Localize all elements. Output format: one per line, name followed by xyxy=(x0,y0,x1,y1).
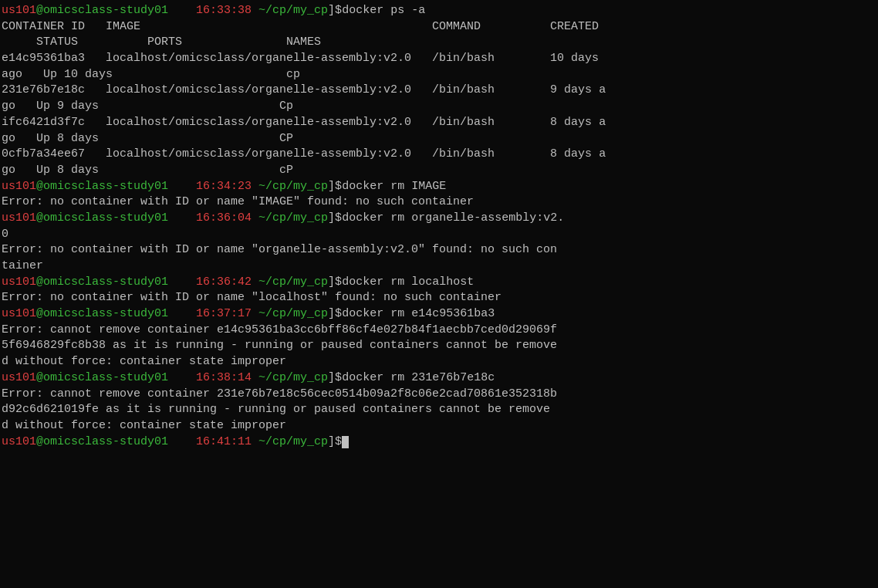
output-text: go Up 8 days CP xyxy=(2,132,293,145)
terminal-line: Error: cannot remove container 231e76b7e… xyxy=(0,387,878,403)
prompt-time: 16:41:11 xyxy=(168,435,252,448)
prompt-path: ~/cp/my_cp xyxy=(258,211,328,225)
terminal-line: tainer xyxy=(0,259,878,275)
output-text: go Up 9 days Cp xyxy=(2,100,293,113)
output-text: d without force: container state imprope… xyxy=(2,419,286,432)
terminal-line: us101@omicsclass-study01 16:37:17 ~/cp/m… xyxy=(0,306,878,323)
terminal-line: us101@omicsclass-study01 16:36:42 ~/cp/m… xyxy=(0,275,878,291)
terminal-line: d without force: container state imprope… xyxy=(0,354,878,370)
terminal-line: STATUS PORTS NAMES xyxy=(0,35,878,51)
terminal-line: us101@omicsclass-study01 16:36:04 ~/cp/m… xyxy=(0,211,878,227)
terminal-line: Error: cannot remove container e14c95361… xyxy=(0,323,878,339)
prompt-time: 16:36:42 xyxy=(168,275,252,289)
prompt-user: us101 xyxy=(2,4,36,17)
terminal-line: us101@omicsclass-study01 16:38:14 ~/cp/m… xyxy=(0,370,878,387)
terminal-line: CONTAINER ID IMAGE COMMAND CREATED xyxy=(0,19,878,35)
terminal-line: us101@omicsclass-study01 16:41:11 ~/cp/m… xyxy=(0,434,878,451)
prompt-user: us101 xyxy=(2,435,36,448)
terminal-line: 0 xyxy=(0,227,878,243)
command-text: docker rm e14c95361ba3 xyxy=(342,307,495,320)
output-text: 231e76b7e18c localhost/omicsclass/organe… xyxy=(2,83,606,96)
terminal-line: e14c95361ba3 localhost/omicsclass/organe… xyxy=(0,51,878,67)
terminal-line: 5f6946829fc8b38 as it is running - runni… xyxy=(0,338,878,354)
terminal-line: Error: no container with ID or name "org… xyxy=(0,242,878,259)
output-text: Error: cannot remove container 231e76b7e… xyxy=(2,387,557,400)
output-text: 5f6946829fc8b38 as it is running - runni… xyxy=(2,339,557,352)
command-text: docker rm IMAGE xyxy=(342,180,446,193)
output-text: ifc6421d3f7c localhost/omicsclass/organe… xyxy=(2,116,606,129)
prompt-dollar: ]$ xyxy=(328,371,342,384)
prompt-dollar: ]$ xyxy=(328,211,342,225)
terminal-line: 231e76b7e18c localhost/omicsclass/organe… xyxy=(0,83,878,99)
terminal-line: Error: no container with ID or name "loc… xyxy=(0,290,878,306)
prompt-at: @omicsclass-study01 xyxy=(36,435,168,448)
prompt-time: 16:36:04 xyxy=(168,211,252,225)
output-text: d92c6d621019fe as it is running - runnin… xyxy=(2,403,550,416)
prompt-at: @omicsclass-study01 xyxy=(36,371,168,384)
prompt-user: us101 xyxy=(2,307,36,320)
prompt-at: @omicsclass-study01 xyxy=(36,211,168,225)
terminal-line: go Up 9 days Cp xyxy=(0,99,878,115)
output-text: tainer xyxy=(2,259,43,272)
terminal-line: d92c6d621019fe as it is running - runnin… xyxy=(0,402,878,418)
terminal-line: 0cfb7a34ee67 localhost/omicsclass/organe… xyxy=(0,147,878,163)
output-text: 0 xyxy=(2,228,8,241)
output-text: ago Up 10 days cp xyxy=(2,68,300,81)
output-text: STATUS PORTS NAMES xyxy=(2,35,321,49)
prompt-dollar: ]$ xyxy=(328,435,342,448)
prompt-dollar: ]$ xyxy=(328,4,342,17)
command-text: docker rm localhost xyxy=(342,275,474,289)
terminal-line: ago Up 10 days cp xyxy=(0,67,878,83)
cursor xyxy=(342,436,349,448)
output-text: CONTAINER ID IMAGE COMMAND CREATED xyxy=(2,20,599,33)
output-text: d without force: container state imprope… xyxy=(2,355,286,368)
prompt-path: ~/cp/my_cp xyxy=(258,435,328,448)
terminal-line: us101@omicsclass-study01 16:34:23 ~/cp/m… xyxy=(0,179,878,195)
command-text: docker ps -a xyxy=(342,4,425,17)
prompt-path: ~/cp/my_cp xyxy=(258,275,328,289)
prompt-user: us101 xyxy=(2,275,36,289)
terminal-line: Error: no container with ID or name "IMA… xyxy=(0,194,878,211)
prompt-path: ~/cp/my_cp xyxy=(258,371,328,384)
output-text: Error: no container with ID or name "IMA… xyxy=(2,195,474,208)
prompt-path: ~/cp/my_cp xyxy=(258,307,328,320)
output-text: go Up 8 days cP xyxy=(2,164,293,177)
prompt-at: @omicsclass-study01 xyxy=(36,4,168,17)
output-text: Error: no container with ID or name "org… xyxy=(2,243,557,256)
prompt-path: ~/cp/my_cp xyxy=(258,4,328,17)
terminal-line: us101@omicsclass-study01 16:33:38 ~/cp/m… xyxy=(0,3,878,19)
output-text: e14c95361ba3 localhost/omicsclass/organe… xyxy=(2,52,599,65)
prompt-dollar: ]$ xyxy=(328,180,342,193)
terminal-line: d without force: container state imprope… xyxy=(0,418,878,434)
output-text: Error: no container with ID or name "loc… xyxy=(2,291,501,304)
command-text: docker rm 231e76b7e18c xyxy=(342,371,495,384)
prompt-at: @omicsclass-study01 xyxy=(36,307,168,320)
prompt-time: 16:37:17 xyxy=(168,307,252,320)
prompt-path: ~/cp/my_cp xyxy=(258,180,328,193)
prompt-dollar: ]$ xyxy=(328,307,342,320)
prompt-user: us101 xyxy=(2,211,36,225)
output-text: Error: cannot remove container e14c95361… xyxy=(2,323,557,336)
prompt-at: @omicsclass-study01 xyxy=(36,275,168,289)
output-text: 0cfb7a34ee67 localhost/omicsclass/organe… xyxy=(2,147,606,161)
prompt-time: 16:33:38 xyxy=(168,4,252,17)
prompt-user: us101 xyxy=(2,371,36,384)
terminal: us101@omicsclass-study01 16:33:38 ~/cp/m… xyxy=(0,0,878,588)
prompt-time: 16:34:23 xyxy=(168,180,252,193)
prompt-time: 16:38:14 xyxy=(168,371,252,384)
command-text: docker rm organelle-assembly:v2. xyxy=(342,211,564,225)
prompt-dollar: ]$ xyxy=(328,275,342,289)
terminal-line: go Up 8 days CP xyxy=(0,131,878,147)
prompt-user: us101 xyxy=(2,180,36,193)
prompt-at: @omicsclass-study01 xyxy=(36,180,168,193)
terminal-line: ifc6421d3f7c localhost/omicsclass/organe… xyxy=(0,115,878,131)
terminal-line: go Up 8 days cP xyxy=(0,163,878,179)
